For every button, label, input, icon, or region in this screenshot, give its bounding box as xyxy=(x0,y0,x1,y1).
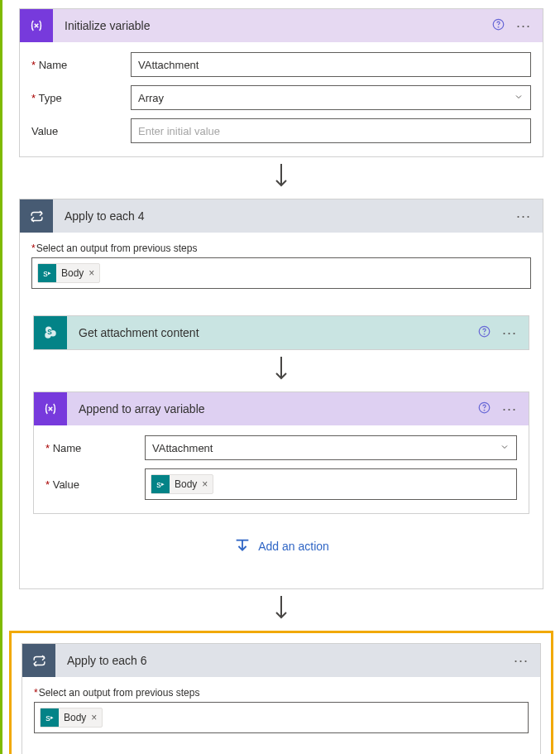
svg-point-8 xyxy=(484,334,485,334)
select-output-input[interactable]: s▸ Body × xyxy=(31,257,531,289)
card-append-to-array: Append to array variable ··· Name VAttac xyxy=(33,391,529,514)
more-icon[interactable]: ··· xyxy=(502,401,517,418)
name-select[interactable]: VAttachment xyxy=(145,435,517,460)
add-action-label: Add an action xyxy=(258,540,329,553)
close-icon[interactable]: × xyxy=(89,267,94,279)
sharepoint-icon: S xyxy=(34,316,67,349)
type-value: Array xyxy=(138,92,164,104)
add-action-button[interactable]: Add an action xyxy=(33,514,529,575)
loop-icon xyxy=(20,199,53,233)
body-token[interactable]: s▸ Body × xyxy=(40,708,103,728)
flow-arrow xyxy=(2,589,560,631)
more-icon[interactable]: ··· xyxy=(516,17,531,35)
body-token[interactable]: s▸ Body × xyxy=(151,474,213,494)
value-input[interactable] xyxy=(131,118,531,143)
sharepoint-icon: s▸ xyxy=(41,708,59,727)
highlighted-section: Apply to each 6 ··· Select an output fro… xyxy=(9,631,553,754)
name-input[interactable] xyxy=(131,52,531,77)
loop-icon xyxy=(22,644,55,677)
select-output-label: Select an output from previous steps xyxy=(31,243,531,254)
card-header[interactable]: S Get attachment content ··· xyxy=(34,316,529,349)
card-title: Get attachment content xyxy=(67,326,478,339)
svg-text:S: S xyxy=(47,329,52,336)
name-value: VAttachment xyxy=(152,442,213,454)
card-initialize-variable: Initialize variable ··· Name Type Array xyxy=(19,8,543,157)
type-label: Type xyxy=(31,92,131,104)
card-title: Initialize variable xyxy=(53,19,492,32)
close-icon[interactable]: × xyxy=(91,712,97,723)
more-icon[interactable]: ··· xyxy=(502,324,517,342)
flow-arrow xyxy=(33,350,529,391)
value-label: Value xyxy=(45,478,145,491)
type-select[interactable]: Array xyxy=(131,85,531,110)
more-icon[interactable]: ··· xyxy=(514,652,529,670)
svg-point-1 xyxy=(498,26,499,27)
sharepoint-icon: s▸ xyxy=(38,264,56,282)
flow-arrow xyxy=(2,157,560,199)
variable-icon xyxy=(20,9,53,42)
card-header[interactable]: Apply to each 6 ··· xyxy=(22,644,540,677)
card-header[interactable]: Initialize variable ··· xyxy=(20,9,543,42)
value-input[interactable]: s▸ Body × xyxy=(145,468,517,500)
card-title: Apply to each 4 xyxy=(53,209,516,223)
value-label: Value xyxy=(31,125,131,137)
name-label: Name xyxy=(45,442,145,454)
help-icon[interactable] xyxy=(478,325,491,340)
svg-point-11 xyxy=(484,410,485,411)
token-label: Body xyxy=(61,267,84,279)
more-icon[interactable]: ··· xyxy=(516,208,531,225)
help-icon[interactable] xyxy=(478,401,491,416)
variable-icon xyxy=(34,392,67,425)
chevron-down-icon xyxy=(514,92,524,104)
select-output-input[interactable]: s▸ Body × xyxy=(34,702,529,733)
select-output-label: Select an output from previous steps xyxy=(34,687,529,699)
card-apply-to-each-6: Apply to each 6 ··· Select an output fro… xyxy=(22,643,541,754)
help-icon[interactable] xyxy=(492,18,505,33)
chevron-down-icon xyxy=(500,442,510,454)
close-icon[interactable]: × xyxy=(202,478,208,490)
card-apply-to-each-4: Apply to each 4 ··· Select an output fro… xyxy=(19,199,543,589)
name-label: Name xyxy=(31,59,131,71)
card-get-attachment-content: S Get attachment content ··· xyxy=(33,315,529,350)
token-label: Body xyxy=(175,478,197,490)
token-label: Body xyxy=(64,712,86,723)
body-token[interactable]: s▸ Body × xyxy=(37,263,100,283)
card-header[interactable]: Apply to each 4 ··· xyxy=(20,199,543,233)
card-title: Append to array variable xyxy=(67,402,478,415)
card-title: Apply to each 6 xyxy=(55,654,514,667)
sharepoint-icon: s▸ xyxy=(151,475,170,493)
card-header[interactable]: Append to array variable ··· xyxy=(34,392,529,425)
